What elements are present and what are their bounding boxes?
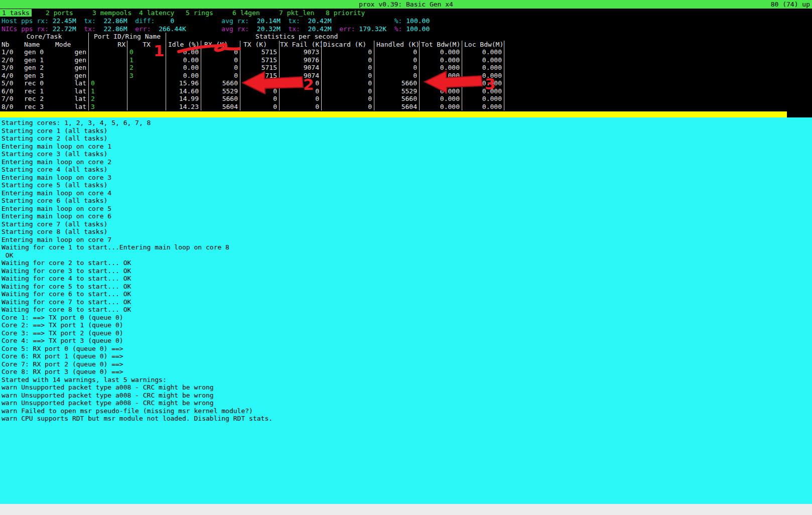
cell: rec 3 — [23, 103, 55, 111]
stat-segment: 22.86M — [104, 25, 127, 33]
cell: 0.000 — [462, 87, 504, 95]
log-line: Core 8: RX port 3 (queue 0) ==> — [2, 368, 812, 376]
uptime-counter: 80 (74) up — [771, 0, 810, 9]
cell: lat — [55, 103, 88, 111]
log-line: Starting core 8 (all tasks) — [2, 228, 812, 236]
cell: 0.000 — [419, 87, 462, 95]
log-line: Started with 14 warnings, last 5 warning… — [2, 376, 812, 384]
log-line: Core 6: RX port 1 (queue 0) ==> — [2, 352, 812, 360]
group-header-core-task: Core/Task — [0, 33, 88, 41]
stats-table: Core/Task Port ID/Ring Name Statistics p… — [0, 33, 504, 110]
tab-6-l4gen[interactable]: 6 l4gen — [231, 9, 278, 17]
log-line: warn Unsupported packet type a008 - CRC … — [2, 399, 812, 407]
tab-2-ports[interactable]: 2 ports — [44, 9, 91, 17]
cell: lat — [55, 87, 88, 95]
tab-3-mempools[interactable]: 3 mempools — [91, 9, 138, 17]
log-line: Waiting for core 3 to start... OK — [2, 267, 812, 275]
stat-segment: err: — [332, 25, 359, 33]
cell: rec 0 — [23, 79, 55, 87]
group-header-statistics: Statistics per second — [166, 33, 504, 41]
cell: 0 — [240, 87, 279, 95]
cell: gen — [55, 72, 88, 80]
cell: 14.99 — [166, 95, 201, 103]
stat-segment: diff: — [127, 17, 171, 25]
stat-segment: 22.45M — [53, 17, 76, 25]
log-line: Core 3: ==> TX port 2 (queue 0) — [2, 329, 812, 337]
cell: gen 1 — [23, 56, 55, 64]
cell: 0.000 — [419, 95, 462, 103]
cell: 0 — [321, 56, 374, 64]
cell: 0 — [240, 103, 279, 111]
cell: 5715 — [240, 72, 279, 80]
stat-segment: 100.00 — [406, 25, 430, 33]
log-line: Waiting for core 7 to start... OK — [2, 298, 812, 306]
log-line: Core 2: ==> TX port 1 (queue 0) — [2, 321, 812, 329]
cell: 0.000 — [419, 79, 462, 87]
cell: 1 — [127, 56, 166, 64]
cell: gen 0 — [23, 48, 55, 56]
stat-segment: 22.72M — [53, 25, 76, 33]
tab-5-rings[interactable]: 5 rings — [184, 9, 231, 17]
table-row: 4/0gen 3gen30.00057159074000.0000.000 — [0, 72, 504, 80]
stat-segment: tx: — [76, 25, 104, 33]
tab-4-latency[interactable]: 4 latency — [138, 9, 184, 17]
stat-segment: rx: — [37, 17, 52, 25]
column-header-11: Tot Bdw(M) — [419, 41, 462, 49]
tab-7-pkt_len[interactable]: 7 pkt_len — [278, 9, 324, 17]
cell: 5715 — [240, 64, 279, 72]
nics-stats-line: NICs pps rx: 22.72M tx: 22.86M err: 266.… — [0, 25, 812, 33]
table-row: 7/0rec 2lat214.99566000056600.0000.000 — [0, 95, 504, 103]
cell: gen 3 — [23, 72, 55, 80]
cell: 0 — [321, 87, 374, 95]
cell: 0 — [201, 48, 240, 56]
log-line: Entering main loop on core 1 — [2, 143, 812, 151]
log-line: Starting core 7 (all tasks) — [2, 220, 812, 228]
log-line: warn Unsupported packet type a008 - CRC … — [2, 392, 812, 400]
tab-1-tasks[interactable]: 1 tasks — [0, 9, 44, 17]
cell: 0 — [321, 64, 374, 72]
cell: 0.000 — [462, 95, 504, 103]
stat-segment: tx: — [76, 17, 104, 25]
cell: 0 — [127, 48, 166, 56]
log-line: Starting core 1 (all tasks) — [2, 127, 812, 135]
cell — [88, 56, 127, 64]
group-header-port-ring: Port ID/Ring Name — [88, 33, 166, 41]
cell: 0 — [279, 87, 321, 95]
cell: 0.000 — [462, 48, 504, 56]
cell: 7/0 — [0, 95, 23, 103]
tab-8-priority[interactable]: 8 priority — [324, 9, 371, 17]
log-line: Core 1: ==> TX port 0 (queue 0) — [2, 314, 812, 322]
log-line: Waiting for core 2 to start... OK — [2, 259, 812, 267]
cell: 3/0 — [0, 64, 23, 72]
cell: lat — [55, 95, 88, 103]
cell: rec 1 — [23, 87, 55, 95]
cell: 0.000 — [419, 103, 462, 111]
column-header-12: Loc Bdw(M) — [462, 41, 504, 49]
stat-segment: %: — [332, 17, 407, 25]
cell: 3 — [127, 72, 166, 80]
log-line: Entering main loop on core 5 — [2, 205, 812, 213]
cell: 15.96 — [166, 79, 201, 87]
table-body: 1/0gen 0gen00.00057159073000.0000.0002/0… — [0, 48, 504, 110]
log-line: Entering main loop on core 4 — [2, 189, 812, 197]
cell: 0 — [279, 79, 321, 87]
cell: 0.000 — [462, 103, 504, 111]
column-header-10: Handled (K) — [374, 41, 419, 49]
log-line: warn Unsupported packet type a008 - CRC … — [2, 383, 812, 392]
cell — [88, 72, 127, 80]
cell: 1/0 — [0, 48, 23, 56]
stat-segment: 20.42M — [308, 17, 332, 25]
log-line: Entering main loop on core 7 — [2, 236, 812, 244]
cell: 14.60 — [166, 87, 201, 95]
log-line: Starting core 4 (all tasks) — [2, 166, 812, 174]
cell — [88, 48, 127, 56]
column-header-4: TX — [127, 41, 166, 49]
cell: 2 — [127, 64, 166, 72]
tab-label: 1 tasks — [0, 9, 32, 17]
cell: 5660 — [201, 79, 240, 87]
tab-label: 3 mempools — [92, 9, 131, 17]
cell: 0 — [321, 95, 374, 103]
cell: 14.23 — [166, 103, 201, 111]
cell: 9074 — [279, 64, 321, 72]
cell: 6/0 — [0, 87, 23, 95]
